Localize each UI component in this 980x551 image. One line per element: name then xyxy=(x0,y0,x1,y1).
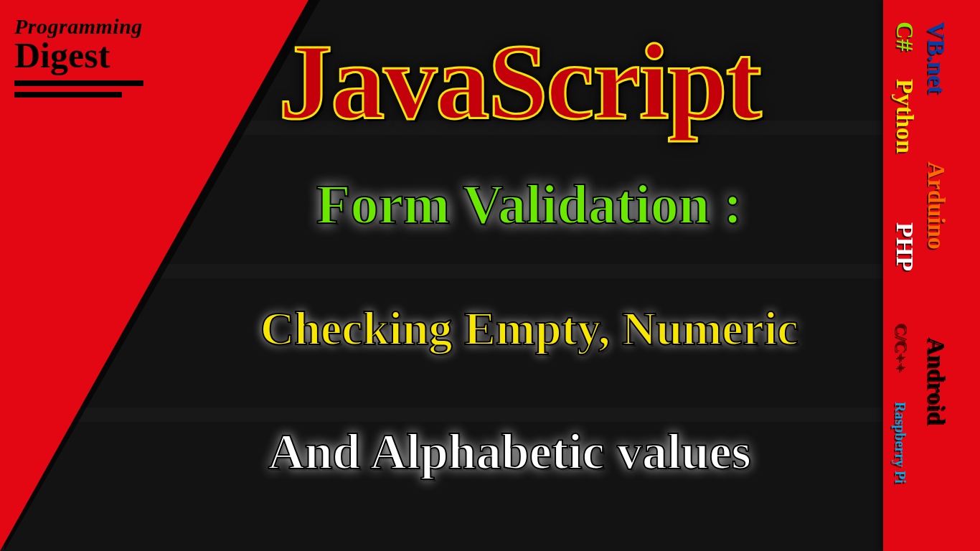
thumbnail-canvas: Programming Digest JavaScript Form Valid… xyxy=(0,0,980,551)
headline-form: Form Validation : xyxy=(316,172,743,237)
lang-csharp: C# xyxy=(891,22,918,52)
lang-python: Python xyxy=(891,79,918,154)
lang-raspberrypi: Raspberry Pi xyxy=(892,402,908,484)
headline-checking: Checking Empty, Numeric xyxy=(260,301,798,356)
headline-alphabetic: And Alphabetic values xyxy=(268,423,751,481)
lang-android: Android xyxy=(923,337,950,425)
headline-javascript: JavaScript xyxy=(278,20,760,143)
brand-line2: Digest xyxy=(14,37,143,73)
lang-c-cpp: C/C++ xyxy=(892,323,911,372)
lang-php: PHP xyxy=(891,222,918,271)
brand-underline xyxy=(14,92,122,98)
brand-underline xyxy=(14,80,143,86)
brand-logo: Programming Digest xyxy=(14,14,143,98)
lang-arduino: Arduino xyxy=(923,161,950,250)
lang-vbnet: VB.net xyxy=(923,22,950,94)
